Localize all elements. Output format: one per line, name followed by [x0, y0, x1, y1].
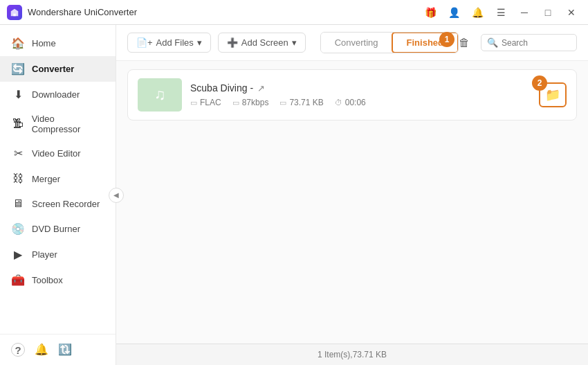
add-screen-icon: ➕: [227, 37, 238, 48]
sidebar-label-home: Home: [32, 38, 56, 48]
add-files-button[interactable]: 📄+ Add Files ▾: [127, 33, 211, 53]
sidebar-item-video-compressor[interactable]: 🗜 Video Compressor: [0, 107, 116, 141]
bitrate-icon: ▭: [232, 98, 239, 107]
close-button[interactable]: ✕: [562, 6, 581, 19]
minimize-button[interactable]: ─: [515, 6, 534, 19]
sidebar-item-merger[interactable]: ⛓ Merger: [0, 166, 116, 191]
titlebar-controls: 🎁 👤 🔔 ☰ ─ □ ✕: [421, 3, 581, 22]
sidebar-item-player[interactable]: ▶ Player: [0, 242, 116, 267]
open-external-icon[interactable]: ↗: [257, 83, 265, 94]
content-area: 📄+ Add Files ▾ ➕ Add Screen ▾ Converting…: [116, 25, 588, 365]
titlebar-left: Wondershare UniConverter: [7, 5, 137, 20]
editor-icon: ✂: [11, 147, 25, 160]
file-format-item: ▭ FLAC: [190, 98, 221, 107]
sidebar-label-compressor: Video Compressor: [32, 114, 104, 134]
dvd-icon: 💿: [11, 222, 25, 235]
music-note-icon: ♫: [154, 86, 166, 104]
add-screen-chevron: ▾: [292, 37, 297, 48]
tab-group: Converting Finished: [320, 32, 459, 53]
file-list: ♫ Scuba Diving - ↗ ▭ FLAC ▭ 87: [116, 61, 588, 344]
sidebar-label-editor: Video Editor: [32, 148, 81, 159]
file-size: 73.71 KB: [289, 98, 323, 107]
downloader-icon: ⬇: [11, 88, 25, 101]
sidebar-label-recorder: Screen Recorder: [32, 199, 100, 209]
main-layout: 🏠 Home 🔄 Converter ⬇ Downloader 🗜 Video …: [0, 25, 588, 365]
add-files-label: Add Files: [156, 37, 194, 48]
converter-icon: 🔄: [11, 62, 25, 75]
sidebar-footer: ? 🔔 🔃: [0, 334, 116, 365]
status-text: 1 Item(s),73.71 KB: [318, 350, 387, 359]
tab-finished[interactable]: Finished: [392, 32, 459, 53]
add-screen-button[interactable]: ➕ Add Screen ▾: [218, 33, 306, 53]
file-name: Scuba Diving -: [190, 82, 253, 94]
recorder-icon: 🖥: [11, 197, 25, 210]
search-icon: 🔍: [487, 37, 498, 48]
file-thumbnail: ♫: [138, 78, 182, 112]
sidebar-label-toolbox: Toolbox: [32, 275, 63, 285]
file-size-item: ▭ 73.71 KB: [279, 98, 323, 107]
file-duration-item: ⏱ 00:06: [335, 98, 366, 107]
tab-converting[interactable]: Converting: [321, 33, 392, 53]
sidebar-label-player: Player: [32, 249, 57, 260]
sidebar-label-merger: Merger: [32, 174, 60, 184]
sidebar-label-converter: Converter: [32, 64, 74, 74]
sidebar-item-downloader[interactable]: ⬇ Downloader: [0, 82, 116, 107]
sidebar-label-downloader: Downloader: [32, 89, 80, 100]
sidebar-nav: 🏠 Home 🔄 Converter ⬇ Downloader 🗜 Video …: [0, 25, 116, 334]
delete-all-button[interactable]: 🗑: [453, 33, 475, 53]
add-screen-label: Add Screen: [241, 37, 288, 48]
compressor-icon: 🗜: [11, 118, 25, 130]
file-duration: 00:06: [345, 98, 366, 107]
file-info: Scuba Diving - ↗ ▭ FLAC ▭ 87kbps: [190, 82, 531, 107]
sidebar-item-video-editor[interactable]: ✂ Video Editor: [0, 141, 116, 166]
maximize-button[interactable]: □: [538, 6, 558, 19]
gift-icon[interactable]: 🎁: [421, 3, 440, 22]
player-icon: ▶: [11, 248, 25, 261]
sidebar-item-converter[interactable]: 🔄 Converter: [0, 56, 116, 82]
collapse-sidebar-button[interactable]: ◀: [109, 188, 124, 203]
duration-icon: ⏱: [335, 98, 342, 107]
app-icon: [7, 5, 22, 20]
merger-icon: ⛓: [11, 172, 25, 185]
notification-icon[interactable]: 🔔: [468, 3, 487, 22]
sidebar-item-screen-recorder[interactable]: 🖥 Screen Recorder: [0, 191, 116, 216]
file-meta: ▭ FLAC ▭ 87kbps ▭ 73.71 KB ⏱: [190, 98, 531, 107]
sidebar-label-dvd: DVD Burner: [32, 224, 80, 234]
refresh-icon[interactable]: 🔃: [58, 343, 72, 357]
search-input[interactable]: [502, 38, 571, 48]
file-badge: 2: [532, 75, 547, 91]
sidebar-item-dvd-burner[interactable]: 💿 DVD Burner: [0, 216, 116, 242]
help-icon[interactable]: ?: [11, 343, 25, 357]
sidebar-item-home[interactable]: 🏠 Home: [0, 30, 116, 56]
titlebar: Wondershare UniConverter 🎁 👤 🔔 ☰ ─ □ ✕: [0, 0, 588, 25]
bell-icon[interactable]: 🔔: [35, 343, 48, 357]
add-files-icon: 📄+: [136, 37, 153, 48]
statusbar: 1 Item(s),73.71 KB: [116, 344, 588, 365]
file-format: FLAC: [200, 98, 221, 107]
toolbar-right: 🗑 🔍: [453, 33, 577, 53]
sidebar: 🏠 Home 🔄 Converter ⬇ Downloader 🗜 Video …: [0, 25, 116, 365]
file-actions: 2 📁: [539, 82, 567, 107]
user-icon[interactable]: 👤: [444, 3, 463, 22]
folder-btn-wrapper: 2 📁: [539, 82, 567, 107]
sidebar-item-toolbox[interactable]: 🧰 Toolbox: [0, 267, 116, 293]
folder-icon: 📁: [545, 87, 560, 103]
add-files-chevron: ▾: [197, 37, 202, 48]
toolbox-icon: 🧰: [11, 274, 25, 287]
table-row: ♫ Scuba Diving - ↗ ▭ FLAC ▭ 87: [127, 69, 577, 121]
home-icon: 🏠: [11, 37, 25, 50]
format-icon: ▭: [190, 98, 197, 107]
app-title: Wondershare UniConverter: [28, 7, 137, 17]
menu-icon[interactable]: ☰: [491, 3, 511, 22]
file-bitrate: 87kbps: [242, 98, 269, 107]
file-name-row: Scuba Diving - ↗: [190, 82, 531, 94]
file-bitrate-item: ▭ 87kbps: [232, 98, 269, 107]
search-box: 🔍: [481, 34, 577, 51]
size-icon: ▭: [279, 98, 286, 107]
toolbar: 📄+ Add Files ▾ ➕ Add Screen ▾ Converting…: [116, 25, 588, 61]
